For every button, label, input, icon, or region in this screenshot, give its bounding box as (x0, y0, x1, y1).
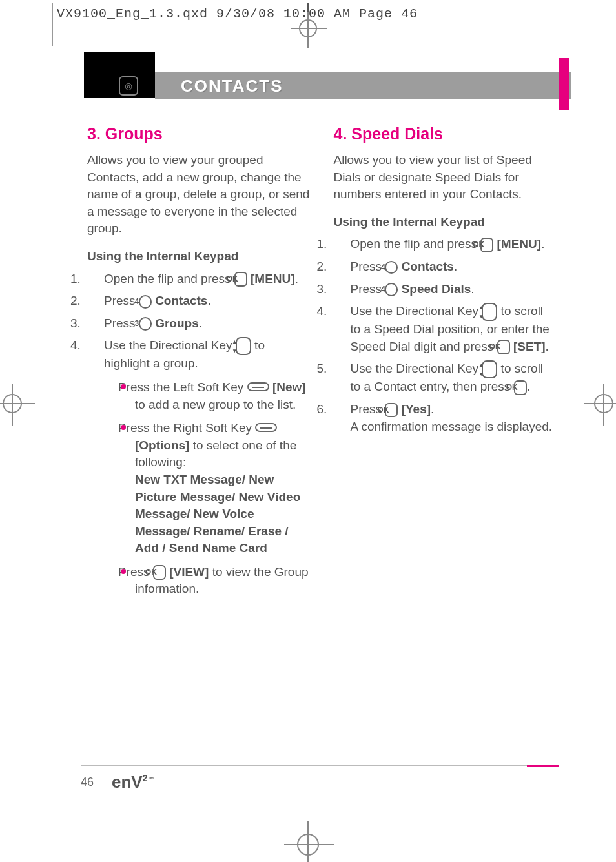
sd-step-1: 1.Open the flip and press OK [MENU]. (351, 236, 557, 253)
key-4-icon: 4 (139, 295, 152, 309)
step-2: 2.Press 4 Contacts. (104, 292, 311, 310)
step-1: 1.Open the flip and press OK [MENU]. (104, 271, 311, 288)
b1b: to add a new group to the list. (135, 398, 296, 411)
b2a: Press the Right Soft Key (118, 421, 255, 435)
crop-rule (52, 3, 53, 46)
step3-text: Press (104, 316, 139, 330)
right-soft-key-icon (255, 423, 277, 432)
ok-key-icon: OK (480, 238, 493, 252)
bullet-options: Press the Right Soft Key [Options] to se… (121, 420, 311, 557)
registration-bottom (297, 834, 319, 856)
registration-left (3, 394, 22, 413)
sd-step-3: 3.Press 4 Speed Dials. (351, 281, 557, 298)
speeddials-steps: 1.Open the flip and press OK [MENU]. 2.P… (334, 236, 557, 435)
section-tab (559, 58, 569, 110)
body-columns: 3. Groups Allows you to view your groupe… (87, 123, 557, 759)
sd-step-6: 6.Press OK [Yes].A confirmation message … (351, 401, 557, 435)
set-label: [SET] (513, 340, 546, 353)
chapter-bar: CONTACTS (155, 72, 571, 99)
directional-key-icon (236, 337, 251, 355)
step-3: 3.Press 3 Groups. (104, 315, 311, 333)
left-soft-key-icon (247, 382, 269, 391)
right-column: 4. Speed Dials Allows you to view your l… (334, 123, 557, 759)
key-4-icon: 4 (385, 283, 398, 296)
contacts-label: Contacts (155, 294, 207, 307)
sd-step-5: 5.Use the Directional Key to scroll to a… (351, 360, 557, 396)
bullet-view: Press OK [VIEW] to view the Group inform… (121, 564, 311, 598)
groups-heading: 3. Groups (87, 123, 311, 145)
ok-key-icon: OK (497, 340, 510, 354)
sd4a: Use the Directional Key (351, 304, 482, 318)
step-4: 4.Use the Directional Key to highlight a… (104, 337, 311, 598)
chapter-title: CONTACTS (181, 76, 283, 96)
sd5a: Use the Directional Key (351, 362, 482, 375)
divider-top (84, 114, 559, 114)
yes-label: [Yes] (402, 402, 431, 416)
brand-text: enV (112, 772, 143, 792)
footer-accent (527, 765, 559, 767)
step2-text: Press (104, 294, 139, 307)
speeddials-label: Speed Dials (402, 282, 471, 296)
ok-key-icon: OK (514, 380, 527, 395)
ok-key-icon: OK (385, 403, 398, 418)
groups-bullets: Press the Left Soft Key [New] to add a n… (121, 379, 311, 598)
key-4-icon: 4 (385, 261, 398, 274)
sd6b: A confirmation message is displayed. (351, 420, 553, 433)
directional-key-icon (482, 360, 497, 378)
sd2a: Press (351, 260, 385, 273)
view-label: [VIEW] (169, 565, 209, 579)
groups-intro: Allows you to view your grouped Contacts… (87, 152, 311, 238)
left-column: 3. Groups Allows you to view your groupe… (87, 123, 311, 759)
directional-key-icon (482, 303, 497, 321)
bullet-new: Press the Left Soft Key [New] to add a n… (121, 379, 311, 413)
speeddials-heading: 4. Speed Dials (334, 123, 557, 145)
brand-logo: enV2™ (112, 772, 154, 792)
page-footer: 46 enV2™ (81, 765, 559, 792)
step1-text: Open the flip and press (104, 272, 234, 285)
groups-sub: Using the Internal Keypad (87, 248, 311, 265)
sd-step-2: 2.Press 4 Contacts. (351, 258, 557, 276)
step4-text-a: Use the Directional Key (104, 338, 236, 352)
speeddials-sub: Using the Internal Keypad (334, 214, 557, 231)
ok-key-icon: OK (234, 272, 247, 287)
groups-label: Groups (155, 316, 199, 330)
key-3-icon: 3 (139, 317, 152, 331)
menu-label: [MENU] (497, 237, 542, 251)
b1a: Press the Left Soft Key (118, 380, 247, 394)
menu-label: [MENU] (251, 272, 295, 285)
groups-steps: 1.Open the flip and press OK [MENU]. 2.P… (87, 271, 311, 599)
page-number: 46 (81, 775, 94, 789)
new-label: [New] (272, 380, 306, 394)
contacts-label: Contacts (402, 260, 454, 273)
chapter-header: CONTACTS (84, 63, 571, 99)
options-label: [Options] (135, 438, 189, 452)
options-list: New TXT Message/ New Picture Message/ Ne… (135, 473, 300, 555)
registration-top (299, 19, 317, 37)
sd1a: Open the flip and press (351, 237, 481, 251)
speeddials-intro: Allows you to view your list of Speed Di… (334, 152, 557, 203)
sd3a: Press (351, 282, 385, 296)
ok-key-icon: OK (153, 565, 166, 580)
camera-icon: ◎ (119, 76, 138, 96)
registration-right (594, 394, 613, 413)
sd-step-4: 4.Use the Directional Key to scroll to a… (351, 303, 557, 355)
